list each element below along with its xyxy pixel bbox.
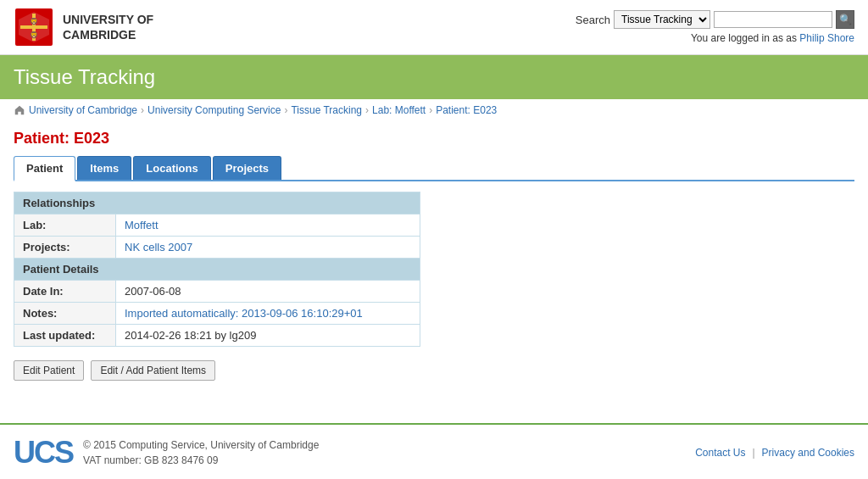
home-icon[interactable] <box>14 104 25 116</box>
table-row: Projects: NK cells 2007 <box>14 237 420 259</box>
svg-text:🦁: 🦁 <box>30 17 38 25</box>
tab-projects[interactable]: Projects <box>213 156 281 180</box>
row-value-last-updated: 2014-02-26 18:21 by lg209 <box>116 325 420 347</box>
row-value-projects: NK cells 2007 <box>116 237 420 259</box>
notes-link[interactable]: Imported automatically: 2013-09-06 16:10… <box>125 307 363 320</box>
tab-items[interactable]: Items <box>77 156 131 180</box>
action-buttons: Edit Patient Edit / Add Patient Items <box>14 360 854 381</box>
row-label-date-in: Date In: <box>14 281 116 303</box>
section-header-relationships: Relationships <box>14 192 420 214</box>
breadcrumb-link-lab[interactable]: Lab: Moffett <box>372 104 426 116</box>
section-header-patient-details: Patient Details <box>14 259 420 281</box>
footer-links: Contact Us | Privacy and Cookies <box>695 447 854 459</box>
breadcrumb-link-ucs[interactable]: University Computing Service <box>147 104 281 116</box>
banner-title: Tissue Tracking <box>14 65 854 89</box>
search-dropdown[interactable]: Tissue Tracking Everything <box>614 10 710 29</box>
edit-patient-button[interactable]: Edit Patient <box>14 360 84 381</box>
section-header-label: Patient Details <box>14 259 420 281</box>
breadcrumb: University of Cambridge › University Com… <box>0 99 868 121</box>
row-label-last-updated: Last updated: <box>14 325 116 347</box>
search-icon: 🔍 <box>839 14 852 25</box>
university-name: UNIVERSITY OF CAMBRIDGE <box>63 12 153 42</box>
projects-link[interactable]: NK cells 2007 <box>125 241 192 253</box>
search-label: Search <box>576 14 610 26</box>
privacy-cookies-link[interactable]: Privacy and Cookies <box>762 447 854 459</box>
patient-title: Patient: E023 <box>14 130 854 148</box>
tab-bar: Patient Items Locations Projects <box>14 156 854 181</box>
svg-rect-6 <box>20 25 47 29</box>
breadcrumb-link-patient[interactable]: Patient: E023 <box>436 104 497 116</box>
row-value-date-in: 2007-06-08 <box>116 281 420 303</box>
contact-us-link[interactable]: Contact Us <box>695 447 745 459</box>
vat-text: VAT number: GB 823 8476 09 <box>83 453 319 468</box>
edit-add-patient-items-button[interactable]: Edit / Add Patient Items <box>91 360 215 381</box>
footer: UCS © 2015 Computing Service, University… <box>0 423 868 479</box>
copyright-text: © 2015 Computing Service, University of … <box>83 437 319 453</box>
user-name-link[interactable]: Philip Shore <box>799 32 854 44</box>
footer-left: UCS © 2015 Computing Service, University… <box>14 435 319 471</box>
logged-in-text: You are logged in as as Philip Shore <box>576 32 854 44</box>
cambridge-shield-icon: 🦁 🦁 <box>14 7 54 47</box>
patient-info-table: Relationships Lab: Moffett Projects: NK … <box>14 192 420 347</box>
search-bar: Search Tissue Tracking Everything 🔍 <box>576 10 854 29</box>
logo-area: 🦁 🦁 UNIVERSITY OF CAMBRIDGE <box>14 7 153 47</box>
ucs-logo: UCS <box>14 435 73 471</box>
footer-text: © 2015 Computing Service, University of … <box>83 437 319 468</box>
breadcrumb-link-tissue[interactable]: Tissue Tracking <box>291 104 362 116</box>
row-value-lab: Moffett <box>116 214 420 237</box>
lab-link[interactable]: Moffett <box>125 219 159 231</box>
tab-patient[interactable]: Patient <box>14 156 75 181</box>
row-label-lab: Lab: <box>14 214 116 237</box>
row-value-notes: Imported automatically: 2013-09-06 16:10… <box>116 303 420 325</box>
breadcrumb-link-cambridge[interactable]: University of Cambridge <box>29 104 137 116</box>
svg-text:🦁: 🦁 <box>30 31 38 39</box>
footer-divider: | <box>752 447 754 459</box>
table-row: Notes: Imported automatically: 2013-09-0… <box>14 303 420 325</box>
table-row: Date In: 2007-06-08 <box>14 281 420 303</box>
page-banner: Tissue Tracking <box>0 55 868 99</box>
section-header-label: Relationships <box>14 192 420 214</box>
search-input[interactable] <box>714 11 832 28</box>
table-row: Last updated: 2014-02-26 18:21 by lg209 <box>14 325 420 347</box>
search-button[interactable]: 🔍 <box>836 10 854 29</box>
row-label-notes: Notes: <box>14 303 116 325</box>
row-label-projects: Projects: <box>14 237 116 259</box>
tab-locations[interactable]: Locations <box>133 156 210 180</box>
table-row: Lab: Moffett <box>14 214 420 237</box>
